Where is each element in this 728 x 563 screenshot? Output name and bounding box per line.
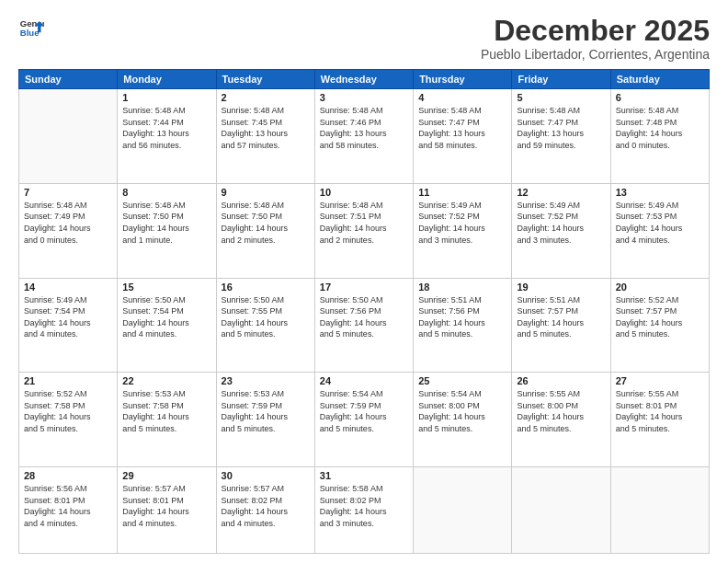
day-number: 12 bbox=[517, 187, 605, 198]
calendar-week-row: 28Sunrise: 5:56 AM Sunset: 8:01 PM Dayli… bbox=[19, 467, 710, 554]
weekday-header-friday: Friday bbox=[512, 70, 610, 89]
day-cell-26: 26Sunrise: 5:55 AM Sunset: 8:00 PM Dayli… bbox=[512, 373, 610, 467]
day-cell-31: 31Sunrise: 5:58 AM Sunset: 8:02 PM Dayli… bbox=[314, 467, 413, 554]
day-info: Sunrise: 5:49 AM Sunset: 7:52 PM Dayligh… bbox=[517, 200, 605, 246]
empty-day-cell bbox=[610, 467, 709, 554]
day-number: 29 bbox=[122, 470, 210, 481]
day-number: 31 bbox=[320, 470, 408, 481]
day-info: Sunrise: 5:52 AM Sunset: 7:57 PM Dayligh… bbox=[616, 294, 704, 340]
day-cell-20: 20Sunrise: 5:52 AM Sunset: 7:57 PM Dayli… bbox=[610, 278, 709, 373]
day-info: Sunrise: 5:48 AM Sunset: 7:50 PM Dayligh… bbox=[122, 200, 210, 246]
day-cell-19: 19Sunrise: 5:51 AM Sunset: 7:57 PM Dayli… bbox=[512, 278, 610, 373]
weekday-header-saturday: Saturday bbox=[610, 70, 709, 89]
day-cell-7: 7Sunrise: 5:48 AM Sunset: 7:49 PM Daylig… bbox=[19, 183, 118, 278]
day-cell-2: 2Sunrise: 5:48 AM Sunset: 7:45 PM Daylig… bbox=[216, 89, 314, 184]
day-info: Sunrise: 5:48 AM Sunset: 7:46 PM Dayligh… bbox=[320, 105, 408, 151]
day-number: 26 bbox=[517, 375, 605, 386]
day-number: 13 bbox=[616, 187, 704, 198]
weekday-header-sunday: Sunday bbox=[19, 70, 118, 89]
day-cell-3: 3Sunrise: 5:48 AM Sunset: 7:46 PM Daylig… bbox=[314, 89, 413, 184]
weekday-header-tuesday: Tuesday bbox=[216, 70, 314, 89]
logo-icon: General Blue bbox=[18, 15, 44, 40]
day-info: Sunrise: 5:48 AM Sunset: 7:51 PM Dayligh… bbox=[320, 200, 408, 246]
title-block: December 2025 Pueblo Libertador, Corrien… bbox=[481, 15, 710, 62]
day-cell-12: 12Sunrise: 5:49 AM Sunset: 7:52 PM Dayli… bbox=[512, 183, 610, 278]
day-number: 25 bbox=[418, 375, 506, 386]
day-cell-10: 10Sunrise: 5:48 AM Sunset: 7:51 PM Dayli… bbox=[314, 183, 413, 278]
day-number: 17 bbox=[320, 282, 408, 293]
day-number: 28 bbox=[24, 470, 112, 481]
day-number: 19 bbox=[517, 282, 605, 293]
day-cell-25: 25Sunrise: 5:54 AM Sunset: 8:00 PM Dayli… bbox=[414, 373, 512, 467]
day-info: Sunrise: 5:57 AM Sunset: 8:02 PM Dayligh… bbox=[222, 483, 310, 529]
logo: General Blue bbox=[18, 15, 44, 40]
weekday-header-row: SundayMondayTuesdayWednesdayThursdayFrid… bbox=[19, 70, 710, 89]
day-info: Sunrise: 5:51 AM Sunset: 7:57 PM Dayligh… bbox=[517, 294, 605, 340]
day-cell-1: 1Sunrise: 5:48 AM Sunset: 7:44 PM Daylig… bbox=[118, 89, 216, 184]
day-info: Sunrise: 5:53 AM Sunset: 7:59 PM Dayligh… bbox=[222, 388, 310, 434]
day-cell-24: 24Sunrise: 5:54 AM Sunset: 7:59 PM Dayli… bbox=[314, 373, 413, 467]
day-number: 22 bbox=[122, 375, 210, 386]
day-cell-29: 29Sunrise: 5:57 AM Sunset: 8:01 PM Dayli… bbox=[118, 467, 216, 554]
day-number: 7 bbox=[24, 187, 112, 198]
day-number: 23 bbox=[222, 375, 310, 386]
day-number: 14 bbox=[24, 282, 112, 293]
day-info: Sunrise: 5:48 AM Sunset: 7:47 PM Dayligh… bbox=[418, 105, 506, 151]
day-cell-30: 30Sunrise: 5:57 AM Sunset: 8:02 PM Dayli… bbox=[216, 467, 314, 554]
day-info: Sunrise: 5:55 AM Sunset: 8:00 PM Dayligh… bbox=[517, 388, 605, 434]
empty-day-cell bbox=[414, 467, 512, 554]
day-number: 1 bbox=[122, 92, 210, 103]
day-info: Sunrise: 5:51 AM Sunset: 7:56 PM Dayligh… bbox=[418, 294, 506, 340]
day-cell-22: 22Sunrise: 5:53 AM Sunset: 7:58 PM Dayli… bbox=[118, 373, 216, 467]
day-number: 9 bbox=[222, 187, 310, 198]
day-cell-18: 18Sunrise: 5:51 AM Sunset: 7:56 PM Dayli… bbox=[414, 278, 512, 373]
day-number: 3 bbox=[320, 92, 408, 103]
day-number: 4 bbox=[418, 92, 506, 103]
calendar-table: SundayMondayTuesdayWednesdayThursdayFrid… bbox=[18, 69, 710, 554]
day-cell-5: 5Sunrise: 5:48 AM Sunset: 7:47 PM Daylig… bbox=[512, 89, 610, 184]
day-info: Sunrise: 5:48 AM Sunset: 7:48 PM Dayligh… bbox=[616, 105, 704, 151]
day-number: 20 bbox=[616, 282, 704, 293]
day-number: 18 bbox=[418, 282, 506, 293]
day-info: Sunrise: 5:49 AM Sunset: 7:54 PM Dayligh… bbox=[24, 294, 112, 340]
day-cell-15: 15Sunrise: 5:50 AM Sunset: 7:54 PM Dayli… bbox=[118, 278, 216, 373]
day-info: Sunrise: 5:58 AM Sunset: 8:02 PM Dayligh… bbox=[320, 483, 408, 529]
day-info: Sunrise: 5:54 AM Sunset: 8:00 PM Dayligh… bbox=[418, 388, 506, 434]
day-cell-28: 28Sunrise: 5:56 AM Sunset: 8:01 PM Dayli… bbox=[19, 467, 118, 554]
calendar-week-row: 14Sunrise: 5:49 AM Sunset: 7:54 PM Dayli… bbox=[19, 278, 710, 373]
day-number: 6 bbox=[616, 92, 704, 103]
day-info: Sunrise: 5:49 AM Sunset: 7:52 PM Dayligh… bbox=[418, 200, 506, 246]
day-number: 10 bbox=[320, 187, 408, 198]
day-info: Sunrise: 5:55 AM Sunset: 8:01 PM Dayligh… bbox=[616, 388, 704, 434]
day-number: 11 bbox=[418, 187, 506, 198]
day-number: 16 bbox=[222, 282, 310, 293]
day-cell-23: 23Sunrise: 5:53 AM Sunset: 7:59 PM Dayli… bbox=[216, 373, 314, 467]
weekday-header-wednesday: Wednesday bbox=[314, 70, 413, 89]
day-info: Sunrise: 5:50 AM Sunset: 7:55 PM Dayligh… bbox=[222, 294, 310, 340]
day-info: Sunrise: 5:53 AM Sunset: 7:58 PM Dayligh… bbox=[122, 388, 210, 434]
day-info: Sunrise: 5:48 AM Sunset: 7:45 PM Dayligh… bbox=[222, 105, 310, 151]
day-number: 5 bbox=[517, 92, 605, 103]
day-number: 2 bbox=[222, 92, 310, 103]
day-cell-14: 14Sunrise: 5:49 AM Sunset: 7:54 PM Dayli… bbox=[19, 278, 118, 373]
page-header: General Blue December 2025 Pueblo Libert… bbox=[18, 15, 710, 62]
day-info: Sunrise: 5:52 AM Sunset: 7:58 PM Dayligh… bbox=[24, 388, 112, 434]
empty-day-cell bbox=[512, 467, 610, 554]
day-info: Sunrise: 5:49 AM Sunset: 7:53 PM Dayligh… bbox=[616, 200, 704, 246]
day-number: 15 bbox=[122, 282, 210, 293]
day-cell-17: 17Sunrise: 5:50 AM Sunset: 7:56 PM Dayli… bbox=[314, 278, 413, 373]
weekday-header-monday: Monday bbox=[118, 70, 216, 89]
day-number: 21 bbox=[24, 375, 112, 386]
day-info: Sunrise: 5:48 AM Sunset: 7:50 PM Dayligh… bbox=[222, 200, 310, 246]
svg-text:Blue: Blue bbox=[20, 28, 40, 38]
day-cell-11: 11Sunrise: 5:49 AM Sunset: 7:52 PM Dayli… bbox=[414, 183, 512, 278]
day-info: Sunrise: 5:50 AM Sunset: 7:54 PM Dayligh… bbox=[122, 294, 210, 340]
day-cell-9: 9Sunrise: 5:48 AM Sunset: 7:50 PM Daylig… bbox=[216, 183, 314, 278]
calendar-week-row: 1Sunrise: 5:48 AM Sunset: 7:44 PM Daylig… bbox=[19, 89, 710, 184]
empty-day-cell bbox=[19, 89, 118, 184]
day-number: 27 bbox=[616, 375, 704, 386]
day-info: Sunrise: 5:48 AM Sunset: 7:47 PM Dayligh… bbox=[517, 105, 605, 151]
day-cell-8: 8Sunrise: 5:48 AM Sunset: 7:50 PM Daylig… bbox=[118, 183, 216, 278]
day-cell-27: 27Sunrise: 5:55 AM Sunset: 8:01 PM Dayli… bbox=[610, 373, 709, 467]
weekday-header-thursday: Thursday bbox=[414, 70, 512, 89]
